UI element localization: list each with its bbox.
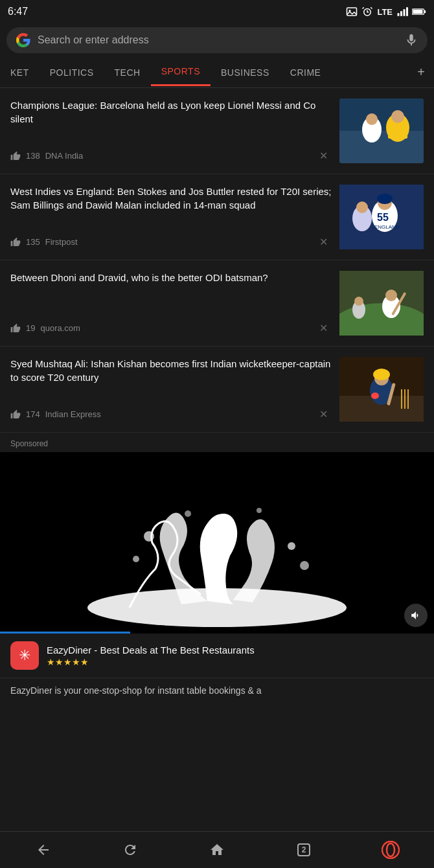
svg-rect-38 xyxy=(407,389,409,409)
svg-rect-37 xyxy=(404,389,405,409)
battery-icon xyxy=(412,8,426,16)
alarm-icon xyxy=(361,6,373,17)
article-4-title: Syed Mushtaq Ali: Ishan Kishan becomes f… xyxy=(10,357,332,384)
ad-description: EazyDiner is your one-stop-shop for inst… xyxy=(0,678,434,707)
status-icons: LTE xyxy=(346,6,426,17)
svg-line-4 xyxy=(371,7,372,8)
like-icon-3 xyxy=(10,323,21,334)
ad-title: EazyDiner - Best Deals at The Best Resta… xyxy=(47,645,424,656)
like-icon-4 xyxy=(10,409,21,420)
tab-tech[interactable]: TECH xyxy=(104,60,151,86)
svg-point-46 xyxy=(144,531,154,542)
svg-point-33 xyxy=(354,297,363,306)
svg-point-50 xyxy=(185,510,191,517)
article-4-image xyxy=(339,357,424,422)
article-1-meta: 138 DNA India ✕ xyxy=(10,148,332,163)
svg-point-47 xyxy=(288,542,295,550)
like-icon-1 xyxy=(10,151,21,161)
svg-point-24 xyxy=(377,194,393,204)
svg-point-28 xyxy=(339,303,424,336)
tab-add-button[interactable]: + xyxy=(408,57,434,87)
lte-label: LTE xyxy=(377,7,393,17)
svg-rect-11 xyxy=(413,10,422,14)
svg-text:55: 55 xyxy=(377,212,389,223)
svg-point-42 xyxy=(371,393,379,399)
article-2-content: West Indies vs England: Ben Stokes and J… xyxy=(10,185,332,249)
svg-point-26 xyxy=(356,201,368,213)
article-3[interactable]: Between Dhoni and Dravid, who is the bet… xyxy=(0,260,434,347)
svg-rect-5 xyxy=(398,13,400,16)
tab-business[interactable]: BUSINESS xyxy=(211,60,280,86)
svg-point-41 xyxy=(373,369,390,380)
article-4[interactable]: Syed Mushtaq Ali: Ishan Kishan becomes f… xyxy=(0,347,434,433)
article-1[interactable]: Champions League: Barcelona held as Lyon… xyxy=(0,88,434,174)
article-3-source: quora.com xyxy=(40,323,80,333)
article-1-image xyxy=(339,98,424,163)
article-1-close[interactable]: ✕ xyxy=(315,148,332,163)
signal-icon xyxy=(396,7,408,16)
svg-rect-8 xyxy=(406,7,408,16)
ad-video[interactable] xyxy=(0,452,434,634)
image-icon xyxy=(346,6,358,17)
article-4-likes: 174 xyxy=(26,409,40,419)
tab-crime[interactable]: CRIME xyxy=(280,60,332,86)
article-1-title: Champions League: Barcelona held as Lyon… xyxy=(10,98,332,126)
svg-rect-13 xyxy=(339,131,424,163)
svg-point-53 xyxy=(387,843,394,856)
svg-rect-0 xyxy=(347,8,357,16)
tabs-button[interactable]: 2 xyxy=(284,837,323,863)
article-1-source: DNA India xyxy=(45,151,84,161)
article-3-title: Between Dhoni and Dravid, who is the bet… xyxy=(10,271,332,284)
article-3-likes: 19 xyxy=(26,323,35,333)
tab-sports[interactable]: SPORTS xyxy=(151,58,211,86)
svg-point-49 xyxy=(300,561,309,570)
article-2-close[interactable]: ✕ xyxy=(315,234,332,249)
tab-politics[interactable]: POLITICS xyxy=(40,60,104,86)
refresh-button[interactable] xyxy=(111,837,150,863)
volume-button[interactable] xyxy=(404,604,428,627)
svg-rect-6 xyxy=(400,11,402,16)
search-placeholder: Search or enter address xyxy=(38,34,398,46)
ad-title-block: EazyDiner - Best Deals at The Best Resta… xyxy=(47,645,424,667)
article-4-close[interactable]: ✕ xyxy=(315,407,332,422)
back-button[interactable] xyxy=(24,837,63,863)
ad-progress-bar xyxy=(0,632,130,634)
tab-market[interactable]: KET xyxy=(0,60,40,86)
article-3-content: Between Dhoni and Dravid, who is the bet… xyxy=(10,271,332,336)
ad-logo-symbol: ✳ xyxy=(19,647,30,664)
ad-info[interactable]: ✳ EazyDiner - Best Deals at The Best Res… xyxy=(0,634,434,678)
svg-rect-10 xyxy=(424,10,426,13)
article-2-likes: 135 xyxy=(26,237,40,247)
google-logo xyxy=(16,32,31,48)
article-2-source: Firstpost xyxy=(45,237,78,247)
svg-point-51 xyxy=(257,508,262,513)
svg-point-15 xyxy=(391,110,404,123)
article-2-title: West Indies vs England: Ben Stokes and J… xyxy=(10,185,332,212)
mic-icon[interactable] xyxy=(404,33,418,47)
like-icon-2 xyxy=(10,237,21,247)
svg-text:ENGLAND: ENGLAND xyxy=(374,224,400,230)
tab-count: 2 xyxy=(297,843,311,856)
article-3-meta: 19 quora.com ✕ xyxy=(10,321,332,336)
home-button[interactable] xyxy=(198,837,236,863)
article-4-source: Indian Express xyxy=(45,409,101,419)
svg-rect-36 xyxy=(401,389,402,409)
bottom-nav: 2 xyxy=(0,831,434,868)
article-4-content: Syed Mushtaq Ali: Ishan Kishan becomes f… xyxy=(10,357,332,422)
ad-visual xyxy=(0,452,434,634)
opera-menu-button[interactable] xyxy=(371,837,410,863)
article-4-meta: 174 Indian Express ✕ xyxy=(10,407,332,422)
article-3-close[interactable]: ✕ xyxy=(315,321,332,336)
svg-point-48 xyxy=(133,556,139,562)
tab-bar: KET POLITICS TECH SPORTS BUSINESS CRIME … xyxy=(0,57,434,88)
svg-rect-16 xyxy=(388,126,407,139)
svg-rect-7 xyxy=(404,9,405,16)
svg-point-30 xyxy=(385,290,397,301)
search-bar[interactable]: Search or enter address xyxy=(6,27,428,53)
status-time: 6:47 xyxy=(8,6,28,17)
ad-logo: ✳ xyxy=(10,641,39,670)
article-1-likes: 138 xyxy=(26,151,40,161)
svg-line-3 xyxy=(363,7,364,8)
article-1-content: Champions League: Barcelona held as Lyon… xyxy=(10,98,332,163)
article-2[interactable]: West Indies vs England: Ben Stokes and J… xyxy=(0,174,434,260)
